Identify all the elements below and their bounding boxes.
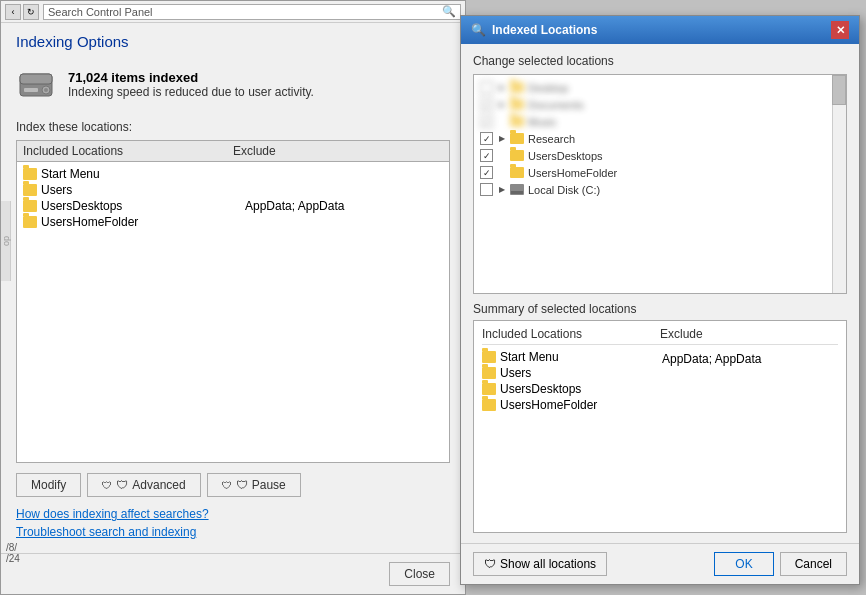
panel-title: Indexing Options bbox=[16, 33, 450, 50]
nav-buttons: ‹ ↻ bbox=[5, 4, 39, 20]
expand-arrow[interactable]: ▶ bbox=[496, 82, 508, 94]
list-item: UsersDesktops bbox=[482, 381, 658, 397]
refresh-button[interactable]: ↻ bbox=[23, 4, 39, 20]
loc-name: UsersDesktops bbox=[41, 199, 239, 213]
tree-item-research: ✓ ▶ Research bbox=[478, 130, 828, 147]
tree-area[interactable]: ▶ Desktop ✓ ▶ Documents ✓ Music bbox=[473, 74, 847, 294]
scrollbar-track[interactable] bbox=[832, 75, 846, 293]
summary-loc-name: Start Menu bbox=[500, 350, 559, 364]
checkbox-blurred-3[interactable]: ✓ bbox=[480, 115, 493, 128]
checkbox-usershomefolder[interactable]: ✓ bbox=[480, 166, 493, 179]
pause-button[interactable]: 🛡 Pause bbox=[207, 473, 301, 497]
summary-col-included-header: Included Locations bbox=[482, 327, 660, 341]
advanced-button[interactable]: 🛡 Advanced bbox=[87, 473, 200, 497]
checkbox-research[interactable]: ✓ bbox=[480, 132, 493, 145]
expand-arrow[interactable] bbox=[496, 116, 508, 128]
folder-icon bbox=[510, 82, 524, 93]
date-line1: /8/ bbox=[6, 542, 20, 553]
cancel-button[interactable]: Cancel bbox=[780, 552, 847, 576]
summary-header: Included Locations Exclude bbox=[482, 327, 838, 345]
back-button[interactable]: ‹ bbox=[5, 4, 21, 20]
summary-table: Included Locations Exclude Start Menu Us… bbox=[473, 320, 847, 533]
tree-item-label: Desktop bbox=[528, 82, 568, 94]
date-strip: /8/ /24 bbox=[6, 542, 20, 564]
svg-rect-4 bbox=[24, 88, 38, 92]
dialog-close-button[interactable]: ✕ bbox=[831, 21, 849, 39]
expand-arrow-usersdesktops bbox=[496, 150, 508, 162]
folder-icon bbox=[23, 200, 37, 212]
folder-icon bbox=[482, 399, 496, 411]
tree-item-label: Local Disk (C:) bbox=[528, 184, 600, 196]
ok-button[interactable]: OK bbox=[714, 552, 773, 576]
item-count: 71,024 items indexed bbox=[68, 70, 314, 85]
tree-item-blurred-2: ✓ ▶ Documents bbox=[478, 96, 828, 113]
buttons-row: Modify 🛡 Advanced 🛡 Pause bbox=[16, 473, 450, 497]
modify-button[interactable]: Modify bbox=[16, 473, 81, 497]
shield-icon-show: 🛡 bbox=[484, 557, 496, 571]
locations-label: Index these locations: bbox=[16, 120, 450, 134]
list-item: UsersHomeFolder bbox=[482, 397, 658, 413]
address-bar: ‹ ↻ Search Control Panel 🔍 bbox=[1, 1, 465, 23]
checkbox-blurred-2[interactable]: ✓ bbox=[480, 98, 493, 111]
main-window: ‹ ↻ Search Control Panel 🔍 Indexing Opti… bbox=[0, 0, 466, 595]
folder-icon bbox=[23, 216, 37, 228]
loc-name: UsersHomeFolder bbox=[41, 215, 239, 229]
status-area: 71,024 items indexed Indexing speed is r… bbox=[16, 60, 450, 108]
tree-item-label: UsersHomeFolder bbox=[528, 167, 617, 179]
expand-arrow-usershomefolder bbox=[496, 167, 508, 179]
summary-label: Summary of selected locations bbox=[473, 302, 847, 316]
tree-item-usershomefolder: ✓ UsersHomeFolder bbox=[478, 164, 828, 181]
search-icon: 🔍 bbox=[442, 5, 456, 18]
checkbox-blurred[interactable] bbox=[480, 81, 493, 94]
tree-item-blurred-3: ✓ Music bbox=[478, 113, 828, 130]
svg-point-3 bbox=[44, 88, 48, 92]
folder-icon bbox=[23, 168, 37, 180]
list-item: AppData; AppData bbox=[662, 351, 838, 367]
locations-header: Included Locations Exclude bbox=[17, 141, 449, 162]
tree-item-usersdesktops: ✓ UsersDesktops bbox=[478, 147, 828, 164]
status-text: 71,024 items indexed Indexing speed is r… bbox=[68, 70, 314, 99]
folder-icon bbox=[510, 116, 524, 127]
locations-body: Start Menu Users UsersDesktops AppData; … bbox=[17, 162, 449, 234]
expand-arrow-research[interactable]: ▶ bbox=[496, 133, 508, 145]
dialog-window-icon: 🔍 bbox=[471, 23, 486, 37]
folder-icon bbox=[510, 99, 524, 110]
summary-loc-name: UsersDesktops bbox=[500, 382, 581, 396]
close-button[interactable]: Close bbox=[389, 562, 450, 586]
checkbox-usersdesktops[interactable]: ✓ bbox=[480, 149, 493, 162]
status-msg: Indexing speed is reduced due to user ac… bbox=[68, 85, 314, 99]
folder-icon-research bbox=[510, 133, 524, 144]
expand-arrow-localdisk[interactable]: ▶ bbox=[496, 184, 508, 196]
hdd-icon bbox=[16, 64, 56, 104]
summary-included: Start Menu Users UsersDesktops User bbox=[482, 349, 658, 413]
expand-arrow[interactable]: ▶ bbox=[496, 99, 508, 111]
search-box[interactable]: Search Control Panel 🔍 bbox=[43, 4, 461, 20]
folder-icon bbox=[482, 367, 496, 379]
loc-name: Start Menu bbox=[41, 167, 239, 181]
scrollbar-thumb[interactable] bbox=[832, 75, 846, 105]
troubleshoot-link[interactable]: Troubleshoot search and indexing bbox=[16, 525, 450, 539]
col-exclude-header: Exclude bbox=[233, 144, 443, 158]
folder-icon-usershomefolder bbox=[510, 167, 524, 178]
locations-table: Included Locations Exclude Start Menu Us… bbox=[16, 140, 450, 463]
disk-icon-localdisk bbox=[510, 184, 524, 195]
change-label: Change selected locations bbox=[473, 54, 847, 68]
indexing-link[interactable]: How does indexing affect searches? bbox=[16, 507, 450, 521]
indexing-panel: Indexing Options 71,024 items indexed In… bbox=[1, 23, 465, 553]
dialog-title-bar: 🔍 Indexed Locations ✕ bbox=[461, 16, 859, 44]
indexed-locations-dialog: 🔍 Indexed Locations ✕ Change selected lo… bbox=[460, 15, 860, 585]
dialog-footer: 🛡 Show all locations OK Cancel bbox=[461, 543, 859, 584]
summary-excluded: AppData; AppData bbox=[658, 349, 838, 413]
links-area: How does indexing affect searches? Troub… bbox=[16, 507, 450, 543]
summary-area: Summary of selected locations Included L… bbox=[473, 302, 847, 533]
dialog-action-buttons: OK Cancel bbox=[714, 552, 847, 576]
list-item: Start Menu bbox=[23, 166, 443, 182]
checkbox-localdisk[interactable] bbox=[480, 183, 493, 196]
show-all-locations-button[interactable]: 🛡 Show all locations bbox=[473, 552, 607, 576]
left-strip-text: op bbox=[1, 236, 11, 246]
list-item: Start Menu bbox=[482, 349, 658, 365]
summary-col-exclude-header: Exclude bbox=[660, 327, 838, 341]
search-label: Search Control Panel bbox=[48, 6, 153, 18]
bottom-bar: Close bbox=[1, 553, 465, 594]
tree-item-label: Music bbox=[528, 116, 557, 128]
